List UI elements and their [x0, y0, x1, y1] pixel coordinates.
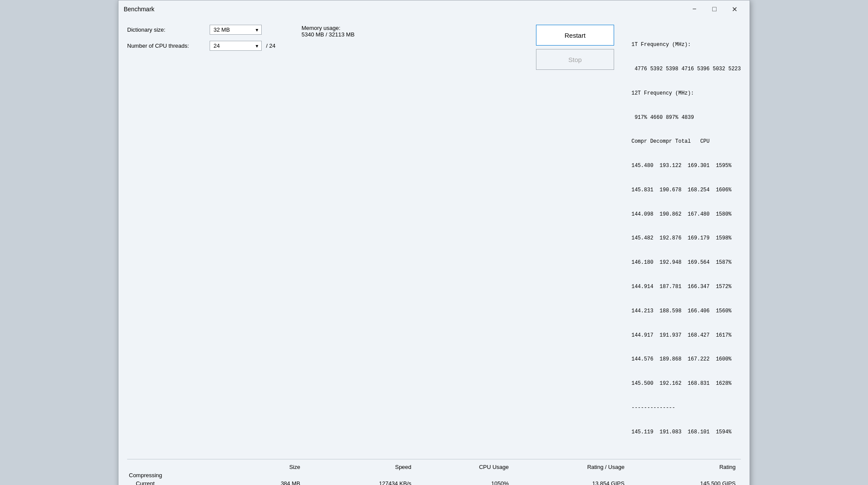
top-row: Dictionary size: 32 MB Number of CPU thr… [127, 25, 741, 452]
cpu-threads-label: Number of CPU threads: [127, 43, 205, 49]
compress-current-speed: 127434 KB/s [306, 479, 417, 485]
titlebar-controls: − □ ✕ [684, 2, 744, 16]
row-2: 144.098 190.862 167.480 1580% [631, 210, 741, 219]
window-title: Benchmark [124, 6, 155, 13]
compress-current-rating: 145.500 GIPS [630, 479, 741, 485]
dictionary-size-label: Dictionary size: [127, 26, 205, 33]
col-speed: Speed [306, 463, 417, 471]
compressing-header-row: Compressing [127, 471, 741, 479]
main-content: Dictionary size: 32 MB Number of CPU thr… [118, 18, 750, 485]
dictionary-size-row: Dictionary size: 32 MB [127, 25, 276, 35]
row-8: 144.576 189.868 167.222 1600% [631, 355, 741, 364]
summary: 145.119 191.083 168.101 1594% [631, 428, 741, 436]
col-rating: Rating [630, 463, 741, 471]
divider-top [127, 459, 741, 459]
cpu-threads-dropdown-wrapper[interactable]: 24 [210, 41, 262, 51]
freq1t-values: 4776 5392 5398 4716 5396 5032 5223 [631, 65, 741, 73]
minimize-button[interactable]: − [684, 2, 704, 16]
restart-button[interactable]: Restart [536, 25, 614, 46]
compress-current-label: Current [127, 479, 218, 485]
row-4: 146.180 192.948 169.564 1587% [631, 259, 741, 267]
benchmark-table: Size Speed CPU Usage Rating / Usage Rati… [127, 463, 741, 485]
action-buttons: Restart Stop [536, 25, 614, 70]
row-7: 144.917 191.937 168.427 1617% [631, 331, 741, 340]
titlebar: Benchmark − □ ✕ [118, 0, 750, 18]
col-rating-usage: Rating / Usage [514, 463, 630, 471]
col-name [127, 463, 218, 471]
separator: -------------- [631, 404, 741, 412]
freq1t-label: 1T Frequency (MHz): [631, 41, 741, 49]
row-0: 145.480 193.122 169.301 1595% [631, 162, 741, 170]
right-panel: 1T Frequency (MHz): 4776 5392 5398 4716 … [631, 25, 741, 452]
compress-current-rating-usage: 13.854 GIPS [514, 479, 630, 485]
row-3: 145.482 192.876 169.179 1598% [631, 234, 741, 242]
cpu-threads-max: / 24 [266, 43, 276, 49]
table-header-row: Size Speed CPU Usage Rating / Usage Rati… [127, 463, 741, 471]
memory-value: 5340 MB / 32113 MB [302, 31, 355, 38]
dictionary-size-dropdown-wrapper[interactable]: 32 MB [210, 25, 262, 35]
row-9: 145.500 192.162 168.831 1628% [631, 380, 741, 388]
col-size: Size [218, 463, 306, 471]
freq12t-label: 12T Frequency (MHz): [631, 89, 741, 98]
close-button[interactable]: ✕ [724, 2, 744, 16]
row-6: 144.213 188.598 166.406 1560% [631, 307, 741, 315]
stop-button[interactable]: Stop [536, 49, 614, 70]
benchmark-window: Benchmark − □ ✕ Dictionary size: 32 MB [118, 0, 750, 485]
dictionary-size-dropdown[interactable]: 32 MB [210, 25, 262, 35]
memory-block: Memory usage: 5340 MB / 32113 MB [302, 25, 355, 38]
compress-current-cpu: 1050% [417, 479, 514, 485]
cols-header: Compr Decompr Total CPU [631, 138, 741, 146]
memory-label: Memory usage: [302, 25, 355, 31]
compress-current-size: 384 MB [218, 479, 306, 485]
compress-current-row: Current 384 MB 127434 KB/s 1050% 13.854 … [127, 479, 741, 485]
maximize-button[interactable]: □ [704, 2, 724, 16]
freq12t-values: 917% 4660 897% 4839 [631, 114, 741, 122]
cpu-threads-dropdown[interactable]: 24 [210, 41, 262, 51]
col-cpu: CPU Usage [417, 463, 514, 471]
cpu-threads-row: Number of CPU threads: 24 / 24 [127, 41, 276, 51]
row-1: 145.831 190.678 168.254 1606% [631, 186, 741, 194]
compressing-label: Compressing [127, 471, 741, 479]
row-5: 144.914 187.781 166.347 1572% [631, 283, 741, 291]
left-controls: Dictionary size: 32 MB Number of CPU thr… [127, 25, 276, 51]
